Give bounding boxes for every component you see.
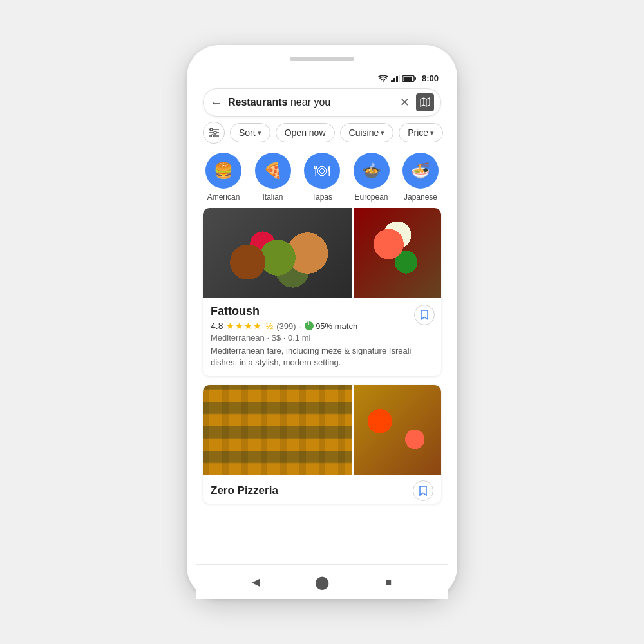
category-row: 🍔 American 🍕 Italian 🍽 Tapas 🍲	[196, 150, 448, 208]
category-japanese[interactable]: 🍜 Japanese	[400, 153, 441, 202]
price-chip-arrow: ▾	[430, 129, 434, 137]
fattoush-half-star: ½	[265, 321, 273, 331]
fattoush-price: $$	[272, 333, 281, 343]
search-query-bold: Restaurants	[228, 97, 287, 108]
fattoush-distance: 0.1 mi	[288, 333, 310, 343]
category-tapas[interactable]: 🍽 Tapas	[301, 153, 343, 202]
zero-pizzeria-main-image	[203, 385, 352, 475]
open-now-chip-label: Open now	[285, 128, 326, 138]
svg-rect-2	[396, 76, 398, 82]
home-nav-icon: ⬤	[315, 574, 329, 590]
zero-pizzeria-images	[203, 385, 441, 475]
fattoush-description: Mediterranean fare, including meze & sig…	[211, 345, 433, 368]
status-bar: 8:00	[196, 70, 448, 86]
wifi-icon	[378, 75, 388, 82]
bookmark-button-zero-pizzeria[interactable]	[413, 480, 433, 501]
fattoush-match-text: 95% match	[316, 321, 357, 331]
status-time: 8:00	[422, 73, 439, 83]
fattoush-images	[203, 208, 441, 298]
battery-icon	[402, 75, 417, 82]
category-japanese-label: Japanese	[404, 193, 437, 202]
fattoush-food-photo-1	[203, 208, 352, 298]
fattoush-cuisine: Mediterranean	[211, 333, 265, 343]
fattoush-food-photo-2	[354, 208, 441, 298]
svg-rect-6	[414, 77, 416, 80]
fattoush-rating-num: 4.8	[211, 321, 223, 331]
category-italian-label: Italian	[262, 193, 283, 202]
zero-pizzeria-side-image	[354, 385, 441, 475]
sort-chip-arrow: ▾	[258, 129, 261, 137]
cuisine-chip[interactable]: Cuisine ▾	[340, 123, 394, 142]
search-query-rest: near you	[287, 97, 330, 108]
fattoush-reviews: (399)	[276, 321, 296, 331]
restaurant-card-zero-pizzeria[interactable]: Zero Pizzeria	[203, 385, 441, 504]
nav-home-button[interactable]: ⬤	[312, 573, 332, 592]
svg-point-14	[211, 135, 214, 137]
fattoush-dot: ·	[299, 321, 302, 331]
search-query: Restaurants near you	[228, 97, 395, 108]
phone-screen: 8:00 ← Restaurants near you ✕	[196, 70, 448, 599]
svg-rect-0	[391, 80, 393, 82]
nav-recent-button[interactable]: ■	[379, 573, 398, 592]
map-icon	[420, 97, 430, 108]
fattoush-stars: ★★★★	[226, 321, 262, 331]
category-tapas-label: Tapas	[312, 193, 332, 202]
price-chip-label: Price	[408, 128, 428, 138]
european-icon: 🍲	[362, 162, 381, 180]
nav-back-button[interactable]: ◀	[246, 573, 265, 592]
japanese-icon: 🍜	[411, 162, 430, 180]
category-tapas-circle: 🍽	[304, 153, 340, 189]
cuisine-chip-label: Cuisine	[349, 128, 379, 138]
status-icons: 8:00	[378, 73, 439, 83]
phone-frame: 8:00 ← Restaurants near you ✕	[187, 45, 457, 599]
bookmark-button-fattoush[interactable]	[414, 305, 435, 325]
recent-nav-icon: ■	[385, 576, 392, 588]
svg-point-13	[214, 131, 216, 134]
bookmark-icon	[420, 310, 429, 320]
fattoush-info: Fattoush 4.8 ★★★★½ (399) · 95% match Med…	[203, 298, 441, 376]
category-european-circle: 🍲	[354, 153, 390, 189]
svg-rect-3	[399, 75, 400, 82]
cuisine-chip-arrow: ▾	[381, 129, 384, 137]
clear-button[interactable]: ✕	[400, 95, 410, 109]
svg-rect-5	[403, 77, 412, 80]
restaurant-card-fattoush[interactable]: Fattoush 4.8 ★★★★½ (399) · 95% match Med…	[203, 208, 441, 376]
category-american-label: American	[207, 193, 240, 202]
back-button[interactable]: ←	[210, 95, 223, 110]
zero-pizzeria-info-row: Zero Pizzeria	[203, 475, 441, 504]
category-italian-circle: 🍕	[255, 153, 291, 189]
zero-pizzeria-name: Zero Pizzeria	[211, 484, 278, 497]
fattoush-meta: Mediterranean · $$ · 0.1 mi	[211, 333, 433, 343]
pizza-icon: 🍕	[263, 162, 283, 180]
open-now-chip[interactable]: Open now	[276, 123, 335, 142]
category-american-circle: 🍔	[205, 153, 242, 189]
zero-pizzeria-food-photo-2	[354, 385, 441, 475]
back-nav-icon: ◀	[252, 576, 260, 588]
bottom-nav: ◀ ⬤ ■	[196, 564, 448, 599]
category-american[interactable]: 🍔 American	[203, 153, 244, 202]
results-area: Fattoush 4.8 ★★★★½ (399) · 95% match Med…	[196, 208, 448, 564]
bookmark-icon-2	[419, 486, 428, 496]
fattoush-side-image	[354, 208, 441, 298]
zero-pizzeria-food-photo-1	[203, 385, 352, 475]
fattoush-match: 95% match	[305, 321, 357, 331]
price-chip[interactable]: Price ▾	[399, 123, 443, 142]
map-button[interactable]	[416, 93, 434, 111]
category-italian[interactable]: 🍕 Italian	[252, 153, 294, 202]
svg-point-12	[210, 128, 213, 131]
search-bar: ← Restaurants near you ✕	[203, 88, 441, 117]
category-european[interactable]: 🍲 European	[351, 153, 392, 202]
search-actions: ✕	[400, 93, 434, 111]
tapas-icon: 🍽	[314, 162, 330, 180]
category-japanese-circle: 🍜	[402, 153, 439, 189]
phone-notch	[290, 57, 354, 61]
fattoush-main-image	[203, 208, 352, 298]
match-circle-icon	[305, 321, 314, 330]
tune-icon	[209, 128, 219, 137]
svg-rect-1	[393, 78, 395, 82]
tune-button[interactable]	[203, 122, 225, 144]
sort-chip[interactable]: Sort ▾	[230, 123, 270, 142]
burger-icon: 🍔	[214, 162, 233, 180]
fattoush-name: Fattoush	[211, 305, 433, 318]
filter-row: Sort ▾ Open now Cuisine ▾ Price ▾	[196, 122, 448, 150]
